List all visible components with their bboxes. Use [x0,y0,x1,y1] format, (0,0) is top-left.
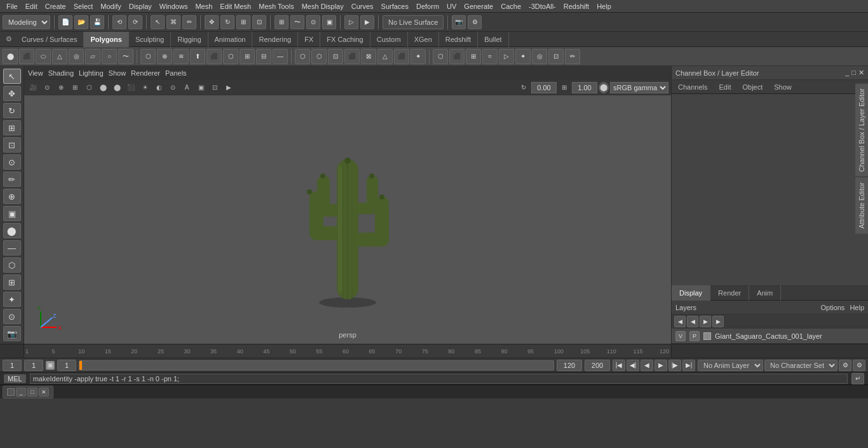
vp-shading[interactable]: ⬤ [111,81,123,94]
layers-next2-button[interactable]: ▶ [712,316,724,327]
layers-help-menu[interactable]: Help [850,304,864,311]
step-back-button[interactable]: ◀| [627,360,639,371]
vp-shadows[interactable]: ◐ [153,81,165,94]
menu-windows[interactable]: Windows [156,0,192,13]
save-file-button[interactable]: 💾 [90,15,104,29]
viewport-menu-view[interactable]: View [28,69,43,77]
vp-rotate-input[interactable] [531,82,557,93]
shelf-offset[interactable]: ⊞ [466,49,481,64]
menu-3dtoall[interactable]: -3DtoAll- [525,0,560,13]
select-uvs-button[interactable]: ⊞ [3,275,21,290]
tab-fx-caching[interactable]: FX Caching [320,32,370,47]
menu-display[interactable]: Display [125,0,156,13]
select-edge-button[interactable]: — [3,240,21,255]
layer-playback-button[interactable]: P [689,331,700,341]
menu-cache[interactable]: Cache [497,0,525,13]
tab-sculpting[interactable]: Sculpting [129,32,171,47]
vp-xray[interactable]: ⊙ [166,81,179,94]
redo-button[interactable]: ⟳ [128,15,142,29]
menu-redshift[interactable]: Redshift [560,0,593,13]
shelf-triangulate[interactable]: △ [377,49,393,64]
vp-select-type[interactable]: ▣ [194,81,207,94]
cb-tab-edit[interactable]: Edit [716,82,733,92]
scale-tool-button[interactable]: ⊞ [236,15,250,29]
shelf-torus[interactable]: ◎ [69,49,84,64]
new-file-button[interactable]: 📄 [58,15,72,29]
vp-lights[interactable]: ☀ [139,81,151,94]
layer-entry[interactable]: V P Giant_Saguaro_Cactus_001_layer [672,329,868,344]
anim-layer-selector[interactable]: No Anim Layer [698,360,763,371]
anim-end-field[interactable] [585,360,610,371]
shelf-quadrangulate[interactable]: ⬛ [394,49,409,64]
step-forward-button[interactable]: |▶ [668,360,681,371]
rotate-tool-left-button[interactable]: ↻ [3,103,21,118]
menu-surfaces[interactable]: Surfaces [377,0,412,13]
window-entry[interactable]: _ □ ✕ [3,386,53,398]
viewport-menu-panels[interactable]: Panels [165,69,187,77]
vp-select-camera[interactable]: 🎥 [27,81,39,94]
frame-start-field[interactable] [3,360,22,371]
tab-fx[interactable]: FX [298,32,320,47]
snap-grid-button[interactable]: ⊞ [275,15,288,29]
layers-options-menu[interactable]: Options [820,304,844,311]
menu-edit[interactable]: Edit [22,0,41,13]
shelf-wedge[interactable]: ▷ [499,49,514,64]
shelf-boolean[interactable]: ⊕ [157,49,172,64]
camera-left-button[interactable]: 📷 [3,326,21,341]
scale-tool-left-button[interactable]: ⊞ [3,120,21,135]
snap-together-button[interactable]: ⊙ [3,309,21,324]
vp-wireframe[interactable]: ⬡ [83,81,95,94]
menu-help[interactable]: Help [593,0,615,13]
menu-modify[interactable]: Modify [97,0,125,13]
lasso-select-button[interactable]: ⌘ [166,15,180,29]
window-close[interactable]: ✕ [39,388,49,397]
char-set-selector[interactable]: No Character Set [764,360,837,371]
ipr-button[interactable]: ▶ [360,15,374,29]
workspace-selector[interactable]: Modeling [3,15,50,29]
snap-point-button[interactable]: ⊙ [306,15,320,29]
shelf-bevel[interactable]: ⬡ [433,49,448,64]
paint-weights-button[interactable]: ✏ [3,172,21,187]
window-restore[interactable]: □ [27,388,37,397]
select-tool-button[interactable]: ↖ [3,69,21,84]
viewport-menu-shading[interactable]: Shading [48,69,74,77]
layers-prev2-button[interactable]: ◀ [687,316,698,327]
select-vertex-button[interactable]: ⬤ [3,223,21,238]
shelf-cube[interactable]: ⬛ [19,49,34,64]
menu-create[interactable]: Create [41,0,70,13]
shelf-sculpt[interactable]: ✏ [565,49,580,64]
channel-box-minimize[interactable]: _ [845,69,849,77]
live-surface-button[interactable]: No Live Surface [383,15,444,29]
tab-polygons[interactable]: Polygons [84,32,129,47]
vp-playblast[interactable]: ▶ [222,81,235,94]
shelf-split[interactable]: ⊟ [256,49,271,64]
select-mode-button[interactable]: ↖ [151,15,165,29]
shelf-separate[interactable]: ⬡ [311,49,327,64]
shelf-cone[interactable]: △ [52,49,67,64]
command-line-input[interactable] [30,374,848,384]
viewport-menu-lighting[interactable]: Lighting [79,69,104,77]
shelf-smooth[interactable]: ≋ [173,49,189,64]
timeline-ruler[interactable]: 1510152025303540455055606570758085909510… [24,344,671,358]
menu-select[interactable]: Select [70,0,97,13]
menu-edit-mesh[interactable]: Edit Mesh [216,0,255,13]
tab-redshift[interactable]: Redshift [439,32,478,47]
shelf-helix[interactable]: 〜 [118,49,133,64]
cb-tab-show[interactable]: Show [771,82,794,92]
shelf-sphere[interactable]: ⬤ [3,49,18,64]
undo-button[interactable]: ⟲ [112,15,126,29]
vp-camera-zoom[interactable]: ⊕ [55,81,67,94]
camera-button[interactable]: 📷 [452,15,466,29]
menu-uv[interactable]: UV [443,0,460,13]
shelf-crease[interactable]: ≈ [482,49,498,64]
shelf-extract[interactable]: ⊡ [328,49,343,64]
menu-mesh[interactable]: Mesh [191,0,216,13]
rs-tab-attribute-editor[interactable]: Attribute Editor [855,177,868,234]
vp-grid[interactable]: ⊞ [69,81,81,94]
menu-curves[interactable]: Curves [348,0,377,13]
move-tool-button[interactable]: ✥ [205,15,219,29]
render-button[interactable]: ▷ [344,15,358,29]
tab-curves-surfaces[interactable]: Curves / Surfaces [15,32,84,47]
viewport-menu-renderer[interactable]: Renderer [131,69,160,77]
open-file-button[interactable]: 📂 [74,15,88,29]
